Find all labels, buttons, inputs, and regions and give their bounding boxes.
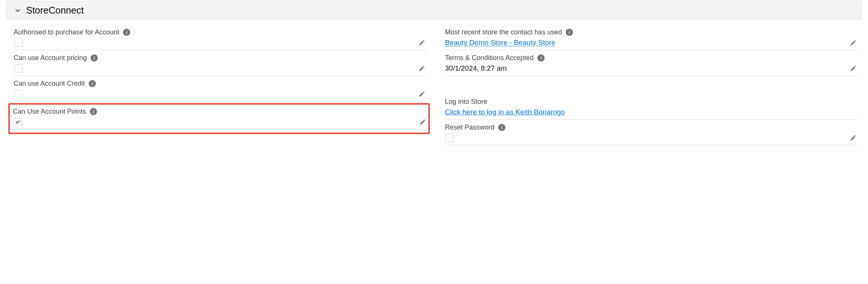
edit-pencil-icon[interactable] <box>419 118 427 126</box>
field-reset-password: Reset Password i <box>445 122 857 148</box>
edit-pencil-icon[interactable] <box>418 64 426 73</box>
field-recent-store: Most recent store the contact has used i… <box>445 27 857 52</box>
field-authorised: Authorised to purchase for Account i <box>14 27 426 52</box>
info-icon[interactable]: i <box>498 124 505 131</box>
edit-pencil-icon[interactable] <box>849 134 857 142</box>
storeconnect-section: StoreConnect Authorised to purchase for … <box>0 1 868 148</box>
field-login: Log into Store Click here to log in as K… <box>445 96 857 122</box>
checkbox-credit[interactable] <box>14 90 23 98</box>
edit-pencil-icon[interactable] <box>849 64 857 73</box>
section-header[interactable]: StoreConnect <box>6 1 862 20</box>
checkbox-authorised[interactable] <box>14 39 23 47</box>
info-icon[interactable]: i <box>89 80 96 87</box>
field-label: Can use Account pricing <box>14 54 87 62</box>
chevron-down-icon <box>14 7 22 14</box>
edit-pencil-icon[interactable] <box>849 39 857 47</box>
field-credit: Can use Account Credit i <box>14 78 426 104</box>
field-columns: Authorised to purchase for Account i Can… <box>0 20 868 148</box>
right-column: Most recent store the contact has used i… <box>445 27 857 148</box>
field-pricing: Can use Account pricing i <box>14 52 426 78</box>
field-terms: Terms & Conditions Accepted i 30/1/2024,… <box>445 52 857 78</box>
section-title: StoreConnect <box>26 5 84 16</box>
field-label: Can Use Account Points <box>13 108 86 116</box>
field-label: Terms & Conditions Accepted <box>445 54 534 62</box>
field-label: Authorised to purchase for Account <box>14 28 119 36</box>
info-icon[interactable]: i <box>537 54 545 62</box>
terms-accepted-value: 30/1/2024, 8:27 am <box>445 64 507 73</box>
edit-pencil-icon[interactable] <box>418 90 426 98</box>
checkbox-pricing[interactable] <box>14 64 23 73</box>
spacer <box>445 78 857 96</box>
field-label: Can use Account Credit <box>14 80 85 88</box>
info-icon[interactable]: i <box>91 54 98 62</box>
recent-store-link[interactable]: Beauty Demo Store - Beauty Store <box>445 39 556 47</box>
info-icon[interactable]: i <box>123 29 130 36</box>
field-label: Log into Store <box>445 98 487 106</box>
info-icon[interactable]: i <box>90 108 97 115</box>
left-column: Authorised to purchase for Account i Can… <box>14 27 426 148</box>
info-icon[interactable]: i <box>566 29 573 36</box>
checkbox-reset[interactable] <box>446 134 454 142</box>
field-label: Most recent store the contact has used <box>445 28 562 36</box>
field-points-highlighted: Can Use Account Points i <box>9 104 429 133</box>
checkbox-points[interactable] <box>14 118 22 126</box>
edit-pencil-icon[interactable] <box>418 39 426 47</box>
field-label: Reset Password <box>445 123 494 131</box>
login-as-link[interactable]: Click here to log in as Keith Bonarrigo <box>445 108 565 116</box>
